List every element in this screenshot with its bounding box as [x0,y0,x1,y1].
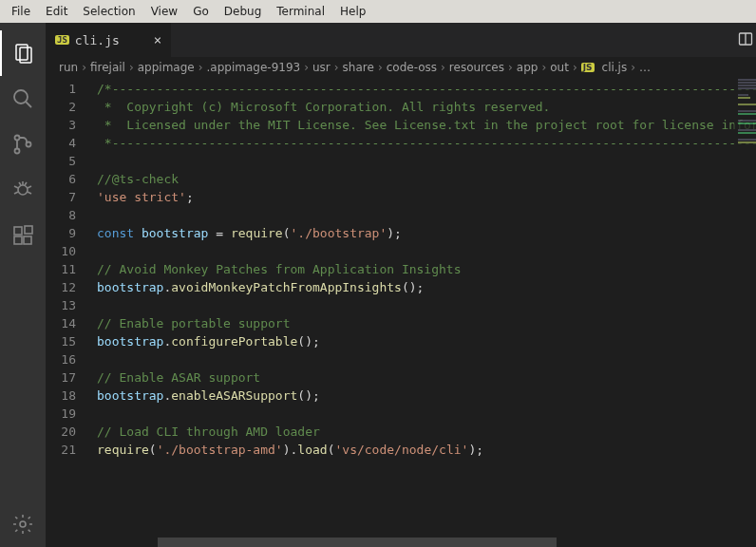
svg-rect-16 [14,236,22,244]
line-number: 20 [61,423,76,441]
code-line[interactable]: /*--------------------------------------… [97,80,756,98]
svg-point-4 [15,136,20,141]
main: JS cli.js × ··· run›firejail›appimage›.a… [0,23,756,547]
line-number: 7 [68,188,76,206]
code-line[interactable]: // Enable portable support [97,314,756,332]
svg-rect-18 [25,226,32,234]
line-number: 14 [61,314,76,332]
code-line[interactable]: // Load CLI through AMD loader [97,423,756,441]
code-line[interactable]: *---------------------------------------… [97,134,756,152]
svg-point-5 [15,149,20,154]
svg-rect-17 [24,236,31,244]
menu-help[interactable]: Help [332,1,373,22]
close-icon[interactable]: × [154,32,161,47]
line-number: 6 [68,170,76,188]
code-line[interactable]: // Avoid Monkey Patches from Application… [97,260,756,278]
chevron-right-icon: › [541,61,546,74]
code-line[interactable] [97,242,756,260]
code-line[interactable]: 'use strict'; [97,188,756,206]
code-line[interactable]: const bootstrap = require('./bootstrap')… [97,224,756,242]
breadcrumb-file[interactable]: cli.js [602,61,628,74]
chevron-right-icon: › [198,61,203,74]
code-line[interactable]: bootstrap.enableASARSupport(); [97,387,756,405]
settings-gear-icon[interactable] [0,501,46,547]
code-line[interactable]: * Copyright (c) Microsoft Corporation. A… [97,98,756,116]
code-line[interactable] [97,152,756,170]
chevron-right-icon: › [378,61,383,74]
debug-icon[interactable] [0,167,46,213]
chevron-right-icon: › [129,61,134,74]
code-line[interactable]: // Enable ASAR support [97,368,756,387]
svg-line-11 [28,192,31,194]
line-number: 13 [61,296,76,314]
tab-cli-js[interactable]: JS cli.js × [46,23,171,57]
line-number: 15 [61,332,76,350]
code-line[interactable] [97,350,756,368]
tab-bar: JS cli.js × ··· [46,23,756,57]
split-editor-icon[interactable] [738,31,753,49]
svg-line-13 [19,182,21,185]
menu-debug[interactable]: Debug [217,1,269,22]
menu-terminal[interactable]: Terminal [269,1,332,22]
breadcrumb-more[interactable]: … [639,61,651,74]
breadcrumb-segment[interactable]: usr [312,61,331,74]
code-line[interactable]: bootstrap.configurePortable(); [97,332,756,350]
code-line[interactable]: bootstrap.avoidMonkeyPatchFromAppInsight… [97,278,756,296]
horizontal-scrollbar[interactable] [158,538,557,547]
chevron-right-icon: › [441,61,445,74]
menu-go[interactable]: Go [185,1,217,22]
chevron-right-icon: › [304,61,309,74]
breadcrumb-segment[interactable]: app [517,61,539,74]
svg-point-6 [27,142,31,147]
line-number: 10 [61,242,76,260]
breadcrumb-segment[interactable]: code-oss [387,61,437,74]
line-number: 2 [68,98,76,116]
activity-bar [0,23,46,547]
code-line[interactable] [97,296,756,314]
breadcrumb-segment[interactable]: appimage [138,61,195,74]
code-line[interactable] [97,405,756,423]
code-line[interactable]: * Licensed under the MIT License. See Li… [97,116,756,134]
breadcrumb-segment[interactable]: run [59,61,78,74]
svg-line-3 [26,102,31,107]
code-content[interactable]: /*--------------------------------------… [93,78,756,547]
menu-file[interactable]: File [4,1,38,22]
chevron-right-icon: › [82,61,86,74]
svg-point-19 [20,521,26,527]
svg-rect-15 [14,227,22,235]
breadcrumb-segment[interactable]: out [550,61,569,74]
menu-edit[interactable]: Edit [38,1,75,22]
code-line[interactable]: require('./bootstrap-amd').load('vs/code… [97,441,756,459]
line-number: 5 [68,152,76,170]
svg-line-10 [28,186,31,188]
menu-selection[interactable]: Selection [75,1,142,22]
line-number: 8 [68,206,76,224]
minimap[interactable] [734,78,756,547]
explorer-icon[interactable] [0,30,46,76]
chevron-right-icon: › [631,61,635,74]
code-line[interactable] [97,206,756,224]
tab-title: cli.js [75,33,120,47]
line-number-gutter: 123456789101112131415161718192021 [46,78,93,547]
breadcrumb-segment[interactable]: resources [449,61,504,74]
breadcrumb[interactable]: run›firejail›appimage›.appimage-9193›usr… [46,57,756,78]
code-editor[interactable]: 123456789101112131415161718192021 /*----… [46,78,756,547]
menu-view[interactable]: View [143,1,185,22]
breadcrumb-segment[interactable]: share [343,61,374,74]
extensions-icon[interactable] [0,213,46,258]
line-number: 9 [68,224,76,242]
line-number: 11 [61,260,76,278]
line-number: 17 [61,368,76,387]
chevron-right-icon: › [573,61,577,74]
chevron-right-icon: › [334,61,339,74]
line-number: 21 [61,441,76,459]
line-number: 19 [61,405,76,423]
breadcrumb-segment[interactable]: .appimage-9193 [207,61,301,74]
editor-area: JS cli.js × ··· run›firejail›appimage›.a… [46,23,756,547]
menubar: FileEditSelectionViewGoDebugTerminalHelp [0,0,756,23]
js-file-icon: JS [581,63,595,72]
breadcrumb-segment[interactable]: firejail [90,61,125,74]
search-icon[interactable] [0,76,46,122]
code-line[interactable]: //@ts-check [97,170,756,188]
source-control-icon[interactable] [0,122,46,167]
